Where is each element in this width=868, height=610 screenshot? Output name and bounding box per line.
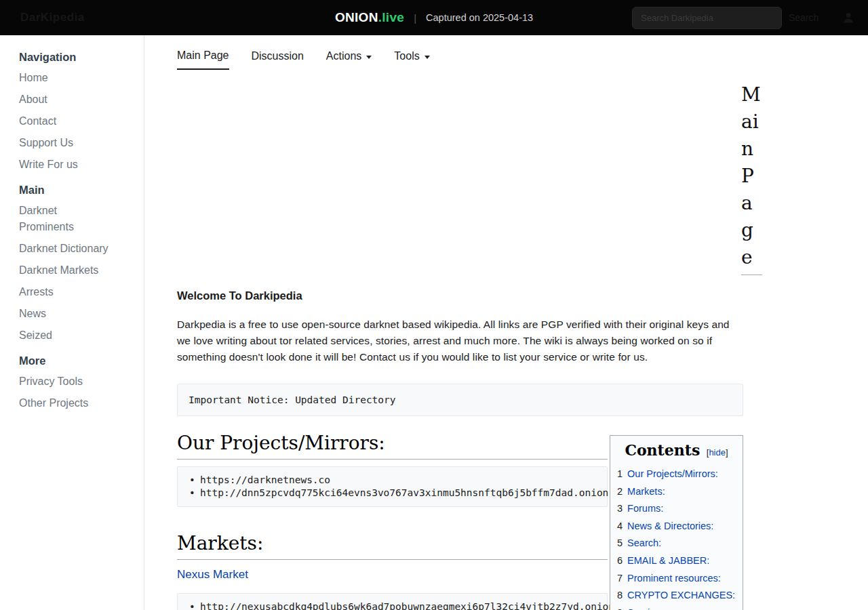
captured-date-label: Captured on 2025-04-13 (426, 12, 533, 23)
sidebar-item-home[interactable]: Home (19, 70, 130, 86)
sidebar-heading-more: More (19, 354, 130, 367)
list-item-nexus-onion-url[interactable]: http://nexusabcdkq4pdlubs6wk6ad7pobuwnza… (178, 601, 607, 610)
nexus-market-list: http://nexusabcdkq4pdlubs6wk6ad7pobuwnza… (178, 601, 607, 610)
sidebar-link-news[interactable]: News (19, 306, 46, 322)
search-input[interactable] (632, 7, 782, 29)
sidebar-link-write-for-us[interactable]: Write For us (19, 157, 78, 173)
toc-link-forums[interactable]: Forums: (627, 503, 663, 514)
toc-link-news-directories[interactable]: News & Directories: (627, 521, 713, 531)
sidebar-link-about[interactable]: About (19, 92, 47, 108)
sidebar-item-other-projects[interactable]: Other Projects (19, 395, 130, 411)
toc-link-crypto-exchanges[interactable]: CRYPTO EXCHANGES: (627, 590, 735, 601)
sidebar-heading-main: Main (19, 184, 130, 197)
toc-item-number: 7 (617, 573, 623, 584)
section-heading-markets: Markets: (177, 530, 608, 560)
toc-item-number: 3 (617, 503, 623, 514)
list-item-mirror-url[interactable]: https://darknetnews.co (178, 474, 607, 487)
toc-hide-link[interactable]: hide (707, 447, 728, 458)
onion-live-brand: ONION.live (335, 10, 404, 25)
toc-item[interactable]: 1Our Projects/Mirrors: (617, 466, 743, 483)
toc-item[interactable]: 3Forums: (617, 500, 743, 518)
sidebar-item-darknet-markets[interactable]: Darknet Markets (19, 262, 130, 279)
toc-item[interactable]: 2Markets: (617, 483, 743, 501)
sidebar-item-seized[interactable]: Seized (19, 327, 130, 344)
sidebar-link-seized[interactable]: Seized (19, 327, 52, 344)
toc-item-number: 8 (617, 590, 623, 601)
sidebar-link-contact[interactable]: Contact (19, 113, 56, 129)
toc-item[interactable]: 4News & Directories: (617, 518, 743, 535)
toc-item[interactable]: 5Search: (617, 535, 743, 552)
sidebar-link-darknet-dictionary[interactable]: Darknet Dictionary (19, 241, 108, 257)
sidebar-item-write-for-us[interactable]: Write For us (19, 157, 130, 173)
list-item-mirror-onion-url[interactable]: http://dnn5zpcvdq775kci64evns3vo767av3xi… (178, 487, 607, 500)
user-icon[interactable] (842, 11, 855, 24)
sidebar-item-about[interactable]: About (19, 92, 130, 108)
toc-link-markets[interactable]: Markets: (627, 486, 665, 497)
toc-item-number: 4 (617, 521, 623, 531)
search-button[interactable]: Search (789, 9, 818, 26)
toc-link-projects-mirrors[interactable]: Our Projects/Mirrors: (627, 468, 718, 479)
sidebar-link-other-projects[interactable]: Other Projects (19, 395, 88, 411)
page-title: Main Page (741, 81, 762, 275)
sidebar-link-darknet-prominents[interactable]: Darknet Prominents (19, 203, 95, 235)
toc-link-email-jabber[interactable]: EMAIL & JABBER: (627, 555, 709, 566)
sidebar-item-darknet-dictionary[interactable]: Darknet Dictionary (19, 241, 130, 257)
brand-name: ONION (335, 10, 378, 24)
sidebar-link-darknet-markets[interactable]: Darknet Markets (19, 262, 98, 279)
sidebar-more-list: Privacy Tools Other Projects (19, 373, 130, 411)
site-logo[interactable]: DarKipedia (20, 11, 85, 24)
sidebar-item-darknet-prominents[interactable]: Darknet Prominents (19, 203, 130, 235)
toc-link-services[interactable]: Services: (627, 607, 668, 610)
toc-item-number: 5 (617, 537, 623, 548)
sidebar: Navigation Home About Contact Support Us… (0, 35, 144, 610)
toc-item[interactable]: 6EMAIL & JABBER: (617, 552, 743, 570)
topbar-separator: | (414, 12, 416, 24)
toc-item[interactable]: 9Services: (617, 605, 743, 610)
welcome-heading: Welcome To Darkipedia (177, 289, 743, 302)
sidebar-nav-list: Home About Contact Support Us Write For … (19, 70, 130, 173)
projects-mirrors-list: https://darknetnews.co http://dnn5zpcvdq… (178, 474, 607, 500)
sidebar-link-arrests[interactable]: Arrests (19, 284, 54, 300)
sidebar-heading-navigation: Navigation (19, 51, 130, 64)
toc-link-prominent-resources[interactable]: Prominent resources: (627, 573, 721, 584)
brand-tld: .live (378, 10, 404, 24)
sidebar-link-home[interactable]: Home (19, 70, 48, 86)
projects-mirrors-box: https://darknetnews.co http://dnn5zpcvdq… (177, 466, 608, 507)
toc-title: Contents (625, 441, 700, 459)
toc-item[interactable]: 8CRYPTO EXCHANGES: (617, 587, 743, 605)
topbar: DarKipedia ONION.live | Captured on 2025… (0, 0, 868, 35)
nexus-market-link[interactable]: Nexus Market (177, 568, 248, 582)
notice-box: Important Notice: Updated Directory (177, 384, 743, 416)
toc-item-number: 6 (617, 555, 623, 566)
toc-item[interactable]: 7Prominent resources: (617, 570, 743, 588)
nexus-market-box: http://nexusabcdkq4pdlubs6wk6ad7pobuwnza… (177, 593, 608, 610)
table-of-contents: Contents hide 1Our Projects/Mirrors: 2Ma… (610, 435, 743, 610)
sidebar-item-arrests[interactable]: Arrests (19, 284, 130, 300)
sidebar-item-support-us[interactable]: Support Us (19, 135, 130, 151)
section-heading-projects-mirrors: Our Projects/Mirrors: (177, 430, 608, 460)
toc-item-number: 9 (617, 607, 623, 610)
sidebar-main-list: Darknet Prominents Darknet Dictionary Da… (19, 203, 130, 344)
sidebar-item-contact[interactable]: Contact (19, 113, 130, 129)
toc-list: 1Our Projects/Mirrors: 2Markets: 3Forums… (610, 466, 743, 610)
intro-paragraph: Darkpedia is a free to use open-source d… (177, 317, 743, 365)
sidebar-link-support-us[interactable]: Support Us (19, 135, 73, 151)
toc-item-number: 2 (617, 486, 623, 497)
sidebar-item-privacy-tools[interactable]: Privacy Tools (19, 373, 130, 390)
sidebar-link-privacy-tools[interactable]: Privacy Tools (19, 373, 83, 390)
sidebar-item-news[interactable]: News (19, 306, 130, 322)
toc-link-search[interactable]: Search: (627, 537, 661, 548)
toc-item-number: 1 (617, 468, 623, 479)
toc-header: Contents hide (610, 441, 743, 459)
